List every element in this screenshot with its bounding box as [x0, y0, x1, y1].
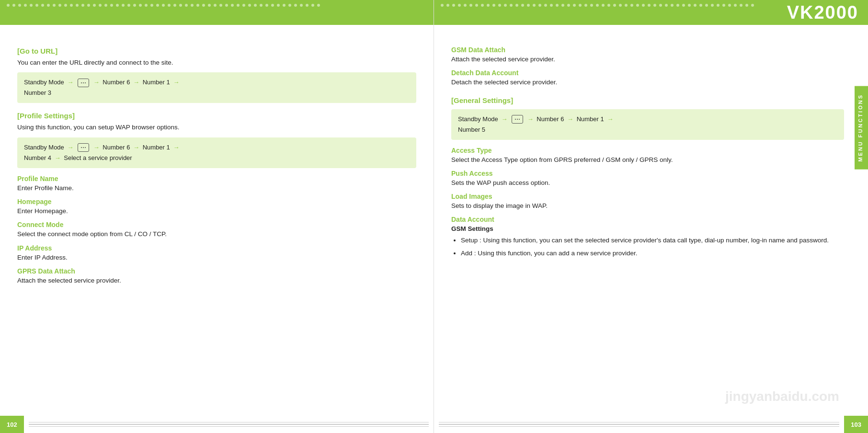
- footer-line-1: [29, 422, 429, 423]
- decorative-dot: [745, 4, 748, 7]
- ps-num6: Number 6: [103, 144, 130, 151]
- decorative-dot: [47, 4, 50, 7]
- footer-line-3: [29, 426, 429, 427]
- gs-cmd-icon: ⋯: [512, 115, 523, 124]
- decorative-dot: [191, 4, 194, 7]
- decorative-dot: [625, 4, 628, 7]
- detach-data-account-label: Detach Data Account: [451, 69, 844, 77]
- decorative-dot: [607, 4, 610, 7]
- decorative-dot: [602, 4, 605, 7]
- decorative-dot: [492, 4, 495, 7]
- decorative-dot: [596, 4, 599, 7]
- push-access-label: Push Access: [451, 170, 844, 177]
- ps-cmd-standby: Standby Mode: [24, 144, 64, 151]
- decorative-dot: [636, 4, 639, 7]
- profile-name-text: Enter Profile Name.: [17, 183, 416, 193]
- decorative-dot: [260, 4, 263, 7]
- ps-arrow-2: →: [93, 144, 100, 151]
- footer-lines-left: [24, 422, 434, 427]
- section-detach-data-account: Detach Data Account Detach the selected …: [451, 69, 844, 87]
- right-footer: 103: [434, 416, 868, 433]
- decorative-dot: [248, 4, 251, 7]
- decorative-dot: [76, 4, 79, 7]
- ps-cmd-icon: ⋯: [78, 143, 89, 152]
- decorative-dot: [58, 4, 61, 7]
- connect-mode-text: Select the connect mode option from CL /…: [17, 229, 416, 239]
- decorative-dot: [145, 4, 148, 7]
- decorative-dot: [584, 4, 587, 7]
- decorative-dot: [619, 4, 622, 7]
- decorative-dot: [202, 4, 205, 7]
- decorative-dot: [452, 4, 455, 7]
- decorative-dot: [133, 4, 136, 7]
- decorative-dot: [24, 4, 27, 7]
- general-settings-heading: [General Settings]: [451, 96, 844, 104]
- cmd-standby: Standby Mode: [24, 79, 64, 86]
- section-general-settings: [General Settings] Standby Mode → ⋯ → Nu…: [451, 96, 844, 259]
- footer-line-r1: [439, 422, 839, 423]
- decorative-dot: [699, 4, 702, 7]
- decorative-dot: [93, 4, 96, 7]
- decorative-dot: [168, 4, 171, 7]
- gs-arrow-3: →: [567, 115, 573, 123]
- decorative-dot: [515, 4, 518, 7]
- decorative-dot: [481, 4, 484, 7]
- gs-arrow-4: →: [607, 115, 613, 123]
- decorative-dot: [671, 4, 674, 7]
- gprs-data-attach-label: GPRS Data Attach: [17, 267, 416, 275]
- sub-item-load-images: Load Images Sets to display the image in…: [451, 193, 844, 211]
- sub-item-push-access: Push Access Sets the WAP push access opt…: [451, 170, 844, 188]
- decorative-dot: [12, 4, 15, 7]
- bullet-setup: Setup : Using this function, you can set…: [461, 235, 844, 246]
- footer-line-r2: [439, 424, 839, 425]
- decorative-dot: [311, 4, 314, 7]
- decorative-dot: [573, 4, 576, 7]
- gs-arrow-2: →: [527, 115, 534, 123]
- decorative-dot: [642, 4, 645, 7]
- decorative-dot: [740, 4, 742, 7]
- decorative-dot: [579, 4, 582, 7]
- ps-num4: Number 4: [24, 154, 51, 161]
- decorative-dot: [630, 4, 633, 7]
- decorative-dot: [728, 4, 731, 7]
- access-type-label: Access Type: [451, 147, 844, 154]
- decorative-dot: [538, 4, 541, 7]
- sub-item-data-account: Data Account GSM Settings Setup : Using …: [451, 216, 844, 258]
- decorative-dot: [231, 4, 234, 7]
- decorative-dot: [283, 4, 286, 7]
- connect-mode-label: Connect Mode: [17, 221, 416, 228]
- decorative-dot: [35, 4, 38, 7]
- data-account-label: Data Account: [451, 216, 844, 223]
- decorative-dot: [464, 4, 467, 7]
- section-profile-settings: [Profile Settings] Using this function, …: [17, 112, 416, 285]
- decorative-dot: [288, 4, 291, 7]
- cmd-arrow-2: →: [93, 79, 100, 86]
- gprs-data-attach-text: Attach the selected service provider.: [17, 276, 416, 285]
- right-content: GSM Data Attach Attach the selected serv…: [434, 25, 868, 271]
- sub-item-connect-mode: Connect Mode Select the connect mode opt…: [17, 221, 416, 239]
- decorative-dot: [711, 4, 714, 7]
- gs-num5: Number 5: [458, 126, 485, 133]
- section-gsm-data-attach: GSM Data Attach Attach the selected serv…: [451, 46, 844, 64]
- decorative-dot: [550, 4, 553, 7]
- gs-cmd-standby: Standby Mode: [458, 115, 498, 123]
- go-to-url-command: Standby Mode → ⋯ → Number 6 → Number 1 →…: [17, 72, 416, 103]
- decorative-dot: [18, 4, 21, 7]
- sub-item-profile-name: Profile Name Enter Profile Name.: [17, 175, 416, 193]
- cmd-num6: Number 6: [103, 79, 130, 86]
- decorative-dot: [150, 4, 153, 7]
- cmd-num1: Number 1: [143, 79, 170, 86]
- general-settings-command: Standby Mode → ⋯ → Number 6 → Number 1 →…: [451, 109, 844, 140]
- decorative-dot: [590, 4, 593, 7]
- decorative-dot: [162, 4, 165, 7]
- side-tab-menu-functions: MENU FUNCTIONS: [855, 86, 868, 170]
- profile-settings-command: Standby Mode → ⋯ → Number 6 → Number 1 →…: [17, 137, 416, 168]
- cmd-arrow-4: →: [173, 79, 179, 86]
- decorative-dot: [127, 4, 130, 7]
- decorative-dot: [87, 4, 90, 7]
- footer-line-r3: [439, 426, 839, 427]
- decorative-dot: [300, 4, 303, 7]
- cmd-arrow-3: →: [133, 79, 139, 86]
- decorative-dot: [225, 4, 228, 7]
- decorative-dot: [64, 4, 67, 7]
